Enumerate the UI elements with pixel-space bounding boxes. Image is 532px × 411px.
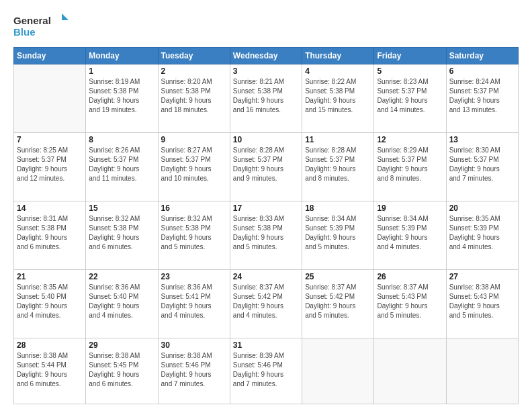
header: General Blue (13, 12, 519, 40)
day-info: Sunrise: 8:34 AMSunset: 5:39 PMDaylight:… (377, 214, 443, 252)
weekday-saturday: Saturday (446, 48, 518, 64)
calendar-cell: 17Sunrise: 8:33 AMSunset: 5:38 PMDayligh… (230, 201, 302, 269)
page: General Blue SundayMondayTuesdayWednesda… (0, 0, 532, 411)
day-info: Sunrise: 8:33 AMSunset: 5:38 PMDaylight:… (233, 214, 299, 252)
day-number: 18 (305, 203, 371, 213)
day-number: 22 (89, 272, 154, 281)
calendar-cell: 26Sunrise: 8:37 AMSunset: 5:43 PMDayligh… (374, 269, 446, 338)
day-number: 20 (449, 203, 515, 213)
day-info: Sunrise: 8:22 AMSunset: 5:38 PMDaylight:… (305, 77, 371, 115)
day-number: 31 (233, 340, 299, 350)
day-number: 19 (377, 203, 443, 213)
day-info: Sunrise: 8:38 AMSunset: 5:43 PMDaylight:… (449, 283, 515, 320)
day-number: 25 (305, 272, 371, 281)
weekday-friday: Friday (374, 48, 446, 64)
calendar-cell: 29Sunrise: 8:38 AMSunset: 5:45 PMDayligh… (86, 338, 158, 404)
calendar-cell (14, 64, 86, 133)
day-info: Sunrise: 8:20 AMSunset: 5:38 PMDaylight:… (161, 77, 227, 115)
calendar-cell: 6Sunrise: 8:24 AMSunset: 5:37 PMDaylight… (446, 64, 518, 133)
weekday-monday: Monday (86, 48, 158, 64)
calendar-cell: 8Sunrise: 8:26 AMSunset: 5:37 PMDaylight… (86, 132, 158, 201)
day-number: 10 (233, 135, 299, 144)
day-info: Sunrise: 8:36 AMSunset: 5:41 PMDaylight:… (161, 283, 227, 320)
week-row-4: 21Sunrise: 8:35 AMSunset: 5:40 PMDayligh… (14, 269, 519, 338)
day-info: Sunrise: 8:32 AMSunset: 5:38 PMDaylight:… (161, 214, 227, 252)
calendar-table: SundayMondayTuesdayWednesdayThursdayFrid… (13, 47, 519, 404)
calendar-body: 1Sunrise: 8:19 AMSunset: 5:38 PMDaylight… (14, 64, 519, 404)
calendar-cell (374, 338, 446, 404)
week-row-5: 28Sunrise: 8:38 AMSunset: 5:44 PMDayligh… (14, 338, 519, 404)
day-number: 2 (161, 66, 227, 76)
calendar-cell: 24Sunrise: 8:37 AMSunset: 5:42 PMDayligh… (230, 269, 302, 338)
calendar-cell: 13Sunrise: 8:30 AMSunset: 5:37 PMDayligh… (446, 132, 518, 201)
day-info: Sunrise: 8:28 AMSunset: 5:37 PMDaylight:… (305, 146, 371, 183)
day-info: Sunrise: 8:38 AMSunset: 5:46 PMDaylight:… (161, 351, 227, 389)
day-number: 1 (89, 66, 154, 76)
calendar-cell: 9Sunrise: 8:27 AMSunset: 5:37 PMDaylight… (158, 132, 230, 201)
day-number: 26 (377, 272, 443, 281)
calendar-cell (302, 338, 374, 404)
day-number: 21 (17, 272, 83, 281)
day-number: 6 (449, 66, 515, 76)
day-info: Sunrise: 8:23 AMSunset: 5:37 PMDaylight:… (377, 77, 443, 115)
day-number: 28 (17, 340, 83, 350)
calendar-cell: 5Sunrise: 8:23 AMSunset: 5:37 PMDaylight… (374, 64, 446, 133)
calendar-cell: 1Sunrise: 8:19 AMSunset: 5:38 PMDaylight… (86, 64, 158, 133)
calendar-cell: 25Sunrise: 8:37 AMSunset: 5:42 PMDayligh… (302, 269, 374, 338)
day-number: 13 (449, 135, 515, 144)
weekday-sunday: Sunday (14, 48, 86, 64)
day-number: 12 (377, 135, 443, 144)
weekday-thursday: Thursday (302, 48, 374, 64)
day-number: 3 (233, 66, 299, 76)
day-info: Sunrise: 8:36 AMSunset: 5:40 PMDaylight:… (89, 283, 154, 320)
day-info: Sunrise: 8:32 AMSunset: 5:38 PMDaylight:… (89, 214, 154, 252)
svg-text:General: General (13, 15, 51, 26)
day-number: 15 (89, 203, 154, 213)
calendar-cell: 11Sunrise: 8:28 AMSunset: 5:37 PMDayligh… (302, 132, 374, 201)
svg-text:Blue: Blue (13, 26, 36, 38)
day-number: 4 (305, 66, 371, 76)
day-info: Sunrise: 8:38 AMSunset: 5:45 PMDaylight:… (89, 351, 154, 389)
calendar-cell: 23Sunrise: 8:36 AMSunset: 5:41 PMDayligh… (158, 269, 230, 338)
week-row-1: 1Sunrise: 8:19 AMSunset: 5:38 PMDaylight… (14, 64, 519, 133)
calendar-cell: 28Sunrise: 8:38 AMSunset: 5:44 PMDayligh… (14, 338, 86, 404)
day-number: 11 (305, 135, 371, 144)
calendar-cell: 4Sunrise: 8:22 AMSunset: 5:38 PMDaylight… (302, 64, 374, 133)
day-info: Sunrise: 8:35 AMSunset: 5:40 PMDaylight:… (17, 283, 83, 320)
calendar-cell: 15Sunrise: 8:32 AMSunset: 5:38 PMDayligh… (86, 201, 158, 269)
calendar-cell: 7Sunrise: 8:25 AMSunset: 5:37 PMDaylight… (14, 132, 86, 201)
day-number: 16 (161, 203, 227, 213)
day-info: Sunrise: 8:24 AMSunset: 5:37 PMDaylight:… (449, 77, 515, 115)
logo: General Blue (13, 12, 74, 40)
day-number: 7 (17, 135, 83, 144)
day-info: Sunrise: 8:34 AMSunset: 5:39 PMDaylight:… (305, 214, 371, 252)
day-info: Sunrise: 8:31 AMSunset: 5:38 PMDaylight:… (17, 214, 83, 252)
calendar-cell: 30Sunrise: 8:38 AMSunset: 5:46 PMDayligh… (158, 338, 230, 404)
calendar-cell: 27Sunrise: 8:38 AMSunset: 5:43 PMDayligh… (446, 269, 518, 338)
calendar-cell: 21Sunrise: 8:35 AMSunset: 5:40 PMDayligh… (14, 269, 86, 338)
day-number: 14 (17, 203, 83, 213)
day-info: Sunrise: 8:29 AMSunset: 5:37 PMDaylight:… (377, 146, 443, 183)
day-info: Sunrise: 8:35 AMSunset: 5:39 PMDaylight:… (449, 214, 515, 252)
week-row-3: 14Sunrise: 8:31 AMSunset: 5:38 PMDayligh… (14, 201, 519, 269)
calendar-cell: 12Sunrise: 8:29 AMSunset: 5:37 PMDayligh… (374, 132, 446, 201)
day-number: 8 (89, 135, 154, 144)
calendar-cell: 16Sunrise: 8:32 AMSunset: 5:38 PMDayligh… (158, 201, 230, 269)
weekday-tuesday: Tuesday (158, 48, 230, 64)
day-number: 27 (449, 272, 515, 281)
day-info: Sunrise: 8:30 AMSunset: 5:37 PMDaylight:… (449, 146, 515, 183)
day-info: Sunrise: 8:27 AMSunset: 5:37 PMDaylight:… (161, 146, 227, 183)
calendar-cell: 3Sunrise: 8:21 AMSunset: 5:38 PMDaylight… (230, 64, 302, 133)
calendar-cell: 22Sunrise: 8:36 AMSunset: 5:40 PMDayligh… (86, 269, 158, 338)
weekday-wednesday: Wednesday (230, 48, 302, 64)
calendar-cell: 20Sunrise: 8:35 AMSunset: 5:39 PMDayligh… (446, 201, 518, 269)
day-number: 5 (377, 66, 443, 76)
day-number: 23 (161, 272, 227, 281)
day-info: Sunrise: 8:37 AMSunset: 5:43 PMDaylight:… (377, 283, 443, 320)
calendar-cell: 18Sunrise: 8:34 AMSunset: 5:39 PMDayligh… (302, 201, 374, 269)
day-info: Sunrise: 8:25 AMSunset: 5:37 PMDaylight:… (17, 146, 83, 183)
svg-marker-1 (62, 13, 69, 20)
day-info: Sunrise: 8:21 AMSunset: 5:38 PMDaylight:… (233, 77, 299, 115)
calendar-cell (446, 338, 518, 404)
calendar-cell: 2Sunrise: 8:20 AMSunset: 5:38 PMDaylight… (158, 64, 230, 133)
